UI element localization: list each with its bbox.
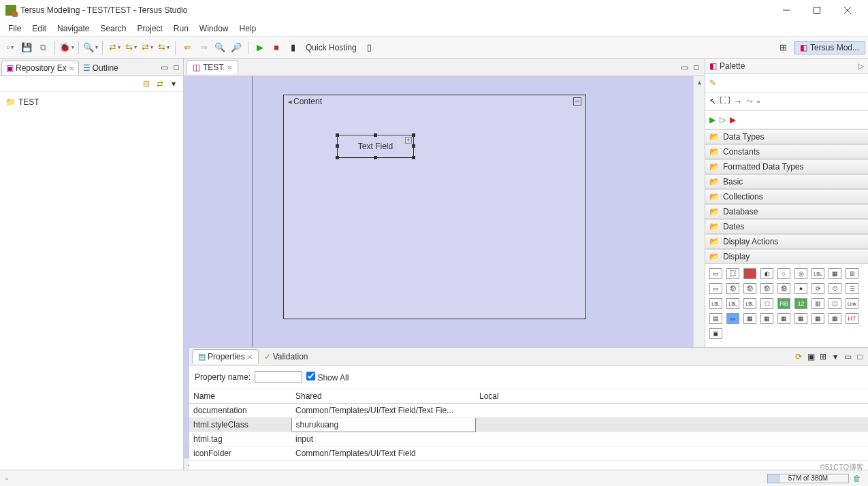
tab-outline[interactable]: ☰ Outline — [79, 61, 123, 75]
property-name-input[interactable] — [255, 371, 302, 383]
table-row[interactable]: documentationCommon/Templates/UI/Text Fi… — [189, 404, 868, 418]
run-button[interactable]: ▶ — [253, 40, 268, 55]
view-menu-button[interactable]: ▾ — [168, 78, 179, 89]
palette-item[interactable]: ⟳ — [811, 283, 824, 294]
maximize-button[interactable] — [801, 0, 832, 20]
palette-item[interactable]: ▥ — [811, 298, 824, 309]
menu-edit[interactable]: Edit — [27, 22, 52, 35]
palette-item[interactable]: ⑫ — [743, 283, 756, 294]
tree-item-test[interactable]: 📁 TEST — [4, 96, 179, 108]
maximize-view-button[interactable]: □ — [854, 351, 865, 362]
arrow-solid-icon[interactable]: → — [734, 97, 742, 106]
palette-item[interactable]: ◫ — [829, 298, 841, 309]
minimize-view-button[interactable]: ▭ — [842, 351, 853, 362]
new-button[interactable]: ▫ — [3, 40, 18, 55]
menu-file[interactable]: File — [3, 22, 27, 35]
col-shared[interactable]: Shared — [291, 389, 475, 404]
palette-item[interactable]: ● — [794, 283, 807, 294]
menu-project[interactable]: Project — [131, 22, 167, 35]
menu-run[interactable]: Run — [168, 22, 194, 35]
select-icon[interactable]: ↖ — [709, 97, 716, 106]
resize-handle[interactable] — [412, 156, 415, 159]
palette-item[interactable]: ▦ — [777, 313, 790, 324]
palette-cat-display-actions[interactable]: 📂Display Actions — [705, 234, 868, 249]
maximize-editor-button[interactable]: □ — [691, 62, 702, 73]
palette-cat-display[interactable]: 📂Display — [705, 249, 868, 264]
restore-view-button[interactable]: ⟳ — [793, 351, 804, 362]
palette-item[interactable]: ▦ — [829, 313, 841, 324]
nav-group1-button[interactable]: ⇄ — [107, 40, 122, 55]
resize-handle[interactable] — [374, 133, 377, 137]
palette-item[interactable]: RB — [777, 298, 790, 309]
memory-meter[interactable]: 57M of 380M — [767, 474, 849, 483]
maximize-view-button[interactable]: □ — [171, 62, 182, 73]
play-green-icon[interactable]: ▶ — [709, 115, 716, 125]
palette-item[interactable]: ⑫ — [760, 283, 773, 294]
resize-handle[interactable] — [374, 156, 377, 159]
palette-item[interactable]: LBL — [743, 298, 756, 309]
palette-item[interactable]: ▦ — [829, 268, 841, 279]
close-icon[interactable]: ✕ — [69, 65, 74, 72]
table-row[interactable]: iconFolderCommon/Templates/UI/Text Field — [189, 447, 868, 461]
close-button[interactable] — [832, 0, 863, 20]
collapse-icon[interactable] — [573, 97, 581, 106]
resize-handle[interactable] — [412, 133, 415, 137]
palette-item[interactable]: ▦ — [811, 313, 824, 324]
palette-collapse-icon[interactable]: ▷ — [858, 61, 864, 71]
col-local[interactable]: Local — [475, 389, 854, 404]
expand-icon[interactable]: + — [405, 137, 412, 144]
tab-properties[interactable]: ▤ Properties ✕ — [192, 349, 259, 363]
palette-item[interactable]: Link — [846, 298, 858, 309]
palette-cat-basic[interactable]: 📂Basic — [705, 174, 868, 189]
resize-handle[interactable] — [336, 133, 339, 137]
nav-group4-button[interactable]: ⇆ — [156, 40, 171, 55]
play-doc-icon[interactable]: ▷ — [720, 115, 726, 125]
trash-icon[interactable]: 🗑 — [853, 474, 863, 483]
minimize-view-button[interactable]: ▭ — [159, 62, 170, 73]
menu-navigate[interactable]: Navigate — [52, 22, 95, 35]
resize-handle[interactable] — [336, 144, 339, 148]
palette-item[interactable]: ▤ — [709, 313, 722, 324]
scroll-up-icon[interactable]: ▴ — [694, 76, 705, 88]
save-button[interactable]: 💾 — [19, 40, 34, 55]
palette-item[interactable]: LBL — [811, 268, 824, 279]
palette-item[interactable]: LBL — [726, 298, 739, 309]
device-icon[interactable]: ▯ — [362, 40, 377, 55]
save-all-button[interactable]: ⧉ — [35, 40, 50, 55]
nav-group2-button[interactable]: ⇆ — [123, 40, 138, 55]
minimize-button[interactable] — [771, 0, 801, 20]
content-container[interactable]: Content Text Field + — [283, 95, 586, 319]
zoom-out-button[interactable]: 🔍 — [212, 40, 227, 55]
collapse-all-button[interactable]: ⊟ — [141, 78, 152, 89]
marquee-icon[interactable] — [720, 97, 730, 103]
palette-item[interactable]: ▦ — [794, 313, 807, 324]
palette-item[interactable]: ▭ — [709, 283, 722, 294]
table-row[interactable]: html.taginput — [189, 432, 868, 447]
minimize-editor-button[interactable]: ▭ — [679, 62, 690, 73]
palette-item[interactable]: ⏱ — [829, 283, 841, 294]
palette-item[interactable]: ⿴ — [726, 268, 739, 279]
palette-cat-data-types[interactable]: 📂Data Types — [705, 129, 868, 144]
debug-button[interactable]: 🐞 — [59, 40, 74, 55]
stop-button[interactable]: ■ — [269, 40, 284, 55]
palette-item[interactable]: ▭ — [709, 268, 722, 279]
show-all-checkbox[interactable]: Show All — [306, 372, 349, 383]
palette-item[interactable]: ⬡ — [760, 298, 773, 309]
resize-handle[interactable] — [336, 156, 339, 159]
palette-item[interactable]: 12 — [794, 298, 807, 309]
menu-search[interactable]: Search — [95, 22, 131, 35]
back-button[interactable]: ⇐ — [180, 40, 195, 55]
forward-button[interactable]: ⇒ — [196, 40, 211, 55]
palette-item[interactable]: ⑫ — [726, 283, 739, 294]
palette-item[interactable]: ▣ — [709, 328, 722, 339]
arrow-dash-icon[interactable]: ⤳ — [746, 97, 753, 106]
palette-item[interactable] — [743, 268, 756, 279]
close-icon[interactable]: ✕ — [247, 353, 253, 361]
palette-item[interactable]: ◎ — [794, 268, 807, 279]
editor-tab-test[interactable]: ◫ TEST ✕ — [187, 60, 238, 74]
new-doc-icon[interactable]: ▫ — [757, 97, 760, 106]
zoom-in-button[interactable]: 🔎 — [229, 40, 244, 55]
link-editor-button[interactable]: ⇄ — [155, 78, 165, 89]
palette-item[interactable]: ▦ — [743, 313, 756, 324]
palette-cat-constants[interactable]: 📂Constants — [705, 144, 868, 159]
